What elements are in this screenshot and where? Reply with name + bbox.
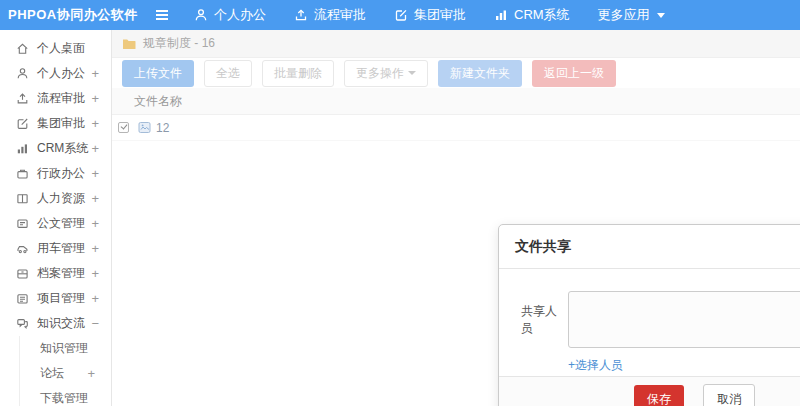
clipboard-icon xyxy=(16,292,29,305)
top-nav-label: CRM系统 xyxy=(514,6,570,24)
collapse-icon[interactable]: − xyxy=(91,316,99,331)
new-folder-button[interactable]: 新建文件夹 xyxy=(438,60,522,87)
sidebar-item-label: CRM系统 xyxy=(37,140,88,157)
sidebar-item-label: 知识交流 xyxy=(37,315,85,332)
share-people-label: 共享人员 xyxy=(521,303,568,337)
expand-icon[interactable]: + xyxy=(91,191,99,206)
sidebar-item-group-approval[interactable]: 集团审批 + xyxy=(0,111,111,136)
sidebar-item-workflow-approval[interactable]: 流程审批 + xyxy=(0,86,111,111)
sidebar-item-archive-mgmt[interactable]: 档案管理 + xyxy=(0,261,111,286)
briefcase-icon xyxy=(16,167,29,180)
hamburger-menu-icon[interactable] xyxy=(154,8,170,22)
top-nav-crm[interactable]: CRM系统 xyxy=(494,6,570,24)
toolbar: 上传文件 全选 批量删除 更多操作 新建文件夹 返回上一级 xyxy=(112,58,800,88)
sidebar-item-label: 公文管理 xyxy=(37,215,85,232)
sidebar-item-vehicle-mgmt[interactable]: 用车管理 + xyxy=(0,236,111,261)
sidebar-item-knowledge-exchange[interactable]: 知识交流 − xyxy=(0,311,111,336)
caret-down-icon xyxy=(657,13,665,18)
bar-chart-icon xyxy=(16,142,29,155)
share-people-input[interactable] xyxy=(568,291,800,348)
expand-icon[interactable]: + xyxy=(91,241,99,256)
expand-icon[interactable]: + xyxy=(91,141,99,156)
sidebar-item-label: 流程审批 xyxy=(37,90,85,107)
upload-icon xyxy=(16,92,29,105)
file-icon xyxy=(138,121,151,134)
top-nav-workflow-approval[interactable]: 流程审批 xyxy=(294,6,366,24)
table-row[interactable]: 12 xyxy=(112,115,800,141)
sidebar-subitem-forum[interactable]: 论坛 + xyxy=(20,361,111,386)
top-nav-label: 流程审批 xyxy=(314,6,366,24)
sidebar-item-label: 用车管理 xyxy=(37,240,85,257)
car-icon xyxy=(16,242,29,255)
row-checkbox[interactable] xyxy=(118,122,129,133)
expand-icon[interactable]: + xyxy=(91,266,99,281)
edit-icon xyxy=(16,117,29,130)
user-icon xyxy=(16,67,29,80)
home-icon xyxy=(16,42,29,55)
top-nav-more-apps[interactable]: 更多应用 xyxy=(598,6,665,24)
sidebar-subitem-download-mgmt[interactable]: 下载管理 xyxy=(20,386,111,406)
modal-footer: 保存 取消 xyxy=(499,376,800,406)
book-icon xyxy=(16,192,29,205)
edit-icon xyxy=(394,8,408,22)
share-people-field-row: 共享人员 xyxy=(521,291,800,348)
expand-icon[interactable]: + xyxy=(91,291,99,306)
folder-icon xyxy=(122,38,136,50)
file-name-column-header: 文件名称 xyxy=(134,93,182,110)
top-nav-label: 集团审批 xyxy=(414,6,466,24)
go-back-button[interactable]: 返回上一级 xyxy=(532,60,616,87)
sidebar-item-personal-office[interactable]: 个人办公 + xyxy=(0,61,111,86)
top-nav-group-approval[interactable]: 集团审批 xyxy=(394,6,466,24)
sidebar-item-project-mgmt[interactable]: 项目管理 + xyxy=(0,286,111,311)
sidebar-item-personal-desktop[interactable]: 个人桌面 xyxy=(0,36,111,61)
sidebar-item-document-mgmt[interactable]: 公文管理 + xyxy=(0,211,111,236)
top-header: PHPOA协同办公软件 个人办公 流程审批 集团审批 CRM系统 xyxy=(0,0,800,30)
sidebar-item-label: 行政办公 xyxy=(37,165,85,182)
upload-icon xyxy=(294,8,308,22)
more-operations-button[interactable]: 更多操作 xyxy=(344,60,428,87)
sidebar-item-label: 档案管理 xyxy=(37,265,85,282)
bar-chart-icon xyxy=(494,8,508,22)
sidebar-item-label: 人力资源 xyxy=(37,190,85,207)
upload-file-button[interactable]: 上传文件 xyxy=(122,60,194,87)
batch-delete-button[interactable]: 批量删除 xyxy=(262,60,334,87)
file-share-modal: 文件共享 共享人员 +选择人员 保存 取消 xyxy=(498,224,800,406)
more-operations-label: 更多操作 xyxy=(356,66,404,80)
file-name: 12 xyxy=(156,121,169,135)
top-nav-label: 个人办公 xyxy=(214,6,266,24)
cancel-button[interactable]: 取消 xyxy=(703,384,755,406)
expand-icon[interactable]: + xyxy=(87,366,95,381)
sidebar-subitem-label: 知识管理 xyxy=(40,340,88,357)
breadcrumb: 规章制度 - 16 xyxy=(112,30,800,58)
document-icon xyxy=(16,217,29,230)
expand-icon[interactable]: + xyxy=(91,66,99,81)
chat-icon xyxy=(16,317,29,330)
expand-icon[interactable]: + xyxy=(91,91,99,106)
sidebar-item-label: 集团审批 xyxy=(37,115,85,132)
modal-title: 文件共享 xyxy=(499,225,800,269)
table-header: 文件名称 xyxy=(112,88,800,115)
breadcrumb-label: 规章制度 - 16 xyxy=(143,35,215,52)
top-nav-personal-office[interactable]: 个人办公 xyxy=(194,6,266,24)
save-button[interactable]: 保存 xyxy=(634,385,684,406)
sidebar-item-hr[interactable]: 人力资源 + xyxy=(0,186,111,211)
sidebar-item-label: 项目管理 xyxy=(37,290,85,307)
select-all-button[interactable]: 全选 xyxy=(204,60,252,87)
sidebar-submenu: 知识管理 论坛 + 下载管理 xyxy=(19,336,111,406)
user-icon xyxy=(194,8,208,22)
top-nav: 个人办公 流程审批 集团审批 CRM系统 更多应用 xyxy=(194,6,693,24)
sidebar: 个人桌面 个人办公 + 流程审批 + 集团审批 + CRM系统 + 行政办公 + xyxy=(0,30,112,406)
expand-icon[interactable]: + xyxy=(91,166,99,181)
sidebar-subitem-knowledge-mgmt[interactable]: 知识管理 xyxy=(20,336,111,361)
expand-icon[interactable]: + xyxy=(91,216,99,231)
modal-body: 共享人员 +选择人员 xyxy=(499,269,800,374)
expand-icon[interactable]: + xyxy=(91,116,99,131)
caret-down-icon xyxy=(408,71,416,75)
sidebar-item-crm[interactable]: CRM系统 + xyxy=(0,136,111,161)
sidebar-subitem-label: 论坛 xyxy=(40,365,64,382)
top-nav-label: 更多应用 xyxy=(598,6,650,24)
sidebar-item-label: 个人桌面 xyxy=(37,40,85,57)
select-people-link[interactable]: +选择人员 xyxy=(568,357,623,374)
sidebar-item-label: 个人办公 xyxy=(37,65,85,82)
sidebar-item-admin-office[interactable]: 行政办公 + xyxy=(0,161,111,186)
